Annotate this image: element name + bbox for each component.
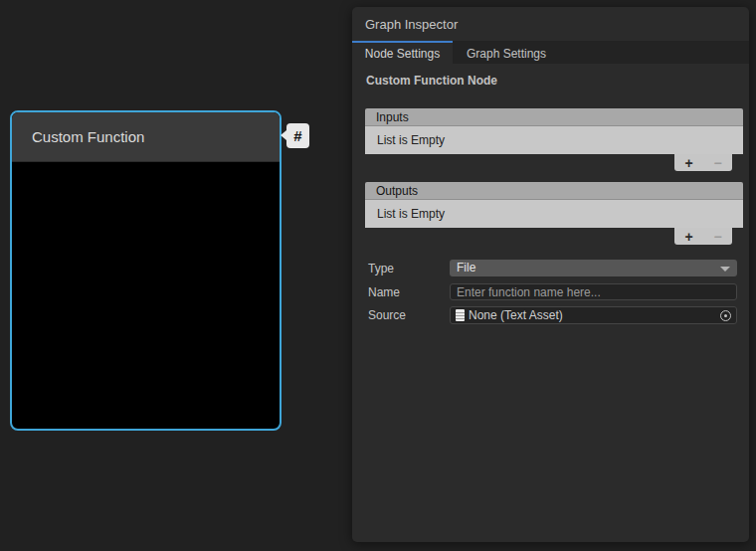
source-label: Source — [368, 308, 406, 322]
tab-graph-settings-label: Graph Settings — [467, 47, 546, 61]
type-row: Type File — [352, 260, 749, 276]
outputs-list-header: Outputs — [365, 182, 743, 200]
tab-graph-settings[interactable]: Graph Settings — [453, 41, 560, 64]
type-label: Type — [368, 262, 394, 276]
outputs-list-body[interactable]: List is Empty — [365, 200, 743, 228]
inputs-list-footer: + − — [365, 154, 743, 171]
node-docs-badge[interactable]: # — [286, 123, 309, 148]
inputs-list-body[interactable]: List is Empty — [365, 126, 743, 154]
name-row: Name — [352, 283, 749, 300]
name-label: Name — [368, 285, 400, 299]
panel-header: Graph Inspector — [352, 7, 749, 41]
remove-input-button[interactable]: − — [708, 156, 728, 170]
panel-title: Graph Inspector — [365, 17, 458, 32]
custom-function-node[interactable]: Custom Function — [10, 110, 282, 431]
hash-icon: # — [293, 127, 301, 144]
outputs-list: Outputs List is Empty + − — [365, 182, 743, 245]
text-asset-icon — [456, 309, 465, 321]
type-dropdown[interactable]: File — [450, 260, 737, 276]
source-object-value: None (Text Asset) — [469, 308, 720, 322]
outputs-empty-text: List is Empty — [377, 207, 445, 221]
type-dropdown-value: File — [457, 261, 475, 275]
tab-node-settings-label: Node Settings — [365, 47, 440, 61]
chevron-down-icon — [720, 267, 730, 272]
outputs-list-footer: + − — [365, 228, 743, 245]
remove-output-button[interactable]: − — [708, 230, 728, 244]
tab-node-settings[interactable]: Node Settings — [352, 41, 453, 64]
source-object-field[interactable]: None (Text Asset) — [450, 306, 737, 324]
object-picker-dot — [724, 314, 727, 317]
inputs-list-header: Inputs — [365, 108, 743, 126]
add-output-button[interactable]: + — [679, 230, 699, 244]
function-name-input[interactable] — [450, 283, 737, 300]
inputs-empty-text: List is Empty — [377, 133, 445, 147]
outputs-footer-buttons: + − — [674, 228, 732, 245]
node-title[interactable]: Custom Function — [12, 112, 280, 162]
section-title: Custom Function Node — [366, 74, 497, 88]
add-input-button[interactable]: + — [679, 156, 699, 170]
tab-bar: Node Settings Graph Settings — [352, 41, 749, 64]
badge-tail — [281, 130, 286, 140]
object-picker-icon[interactable] — [720, 310, 731, 321]
graph-inspector-panel: Graph Inspector Node Settings Graph Sett… — [352, 7, 749, 542]
inputs-list: Inputs List is Empty + − — [365, 108, 743, 171]
source-row: Source None (Text Asset) — [352, 306, 749, 324]
inputs-footer-buttons: + − — [674, 154, 732, 171]
